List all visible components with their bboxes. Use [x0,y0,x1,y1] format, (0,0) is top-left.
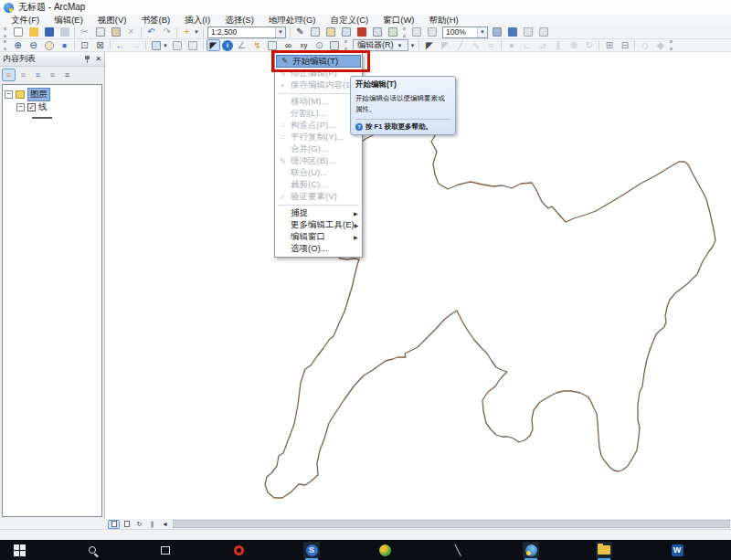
catalog-window-icon[interactable] [324,26,338,38]
fixed-zoom-in-icon[interactable]: ⊡ [78,39,91,51]
list-by-selection-button[interactable]: ≡ [46,69,59,81]
taskbar-search-icon[interactable] [84,542,101,558]
python-window-icon[interactable] [371,26,385,38]
start-button[interactable] [11,542,27,558]
attributes-window-icon[interactable]: ⊞ [602,39,616,51]
menubar-item[interactable]: 书签(B) [133,15,177,26]
layout-fixed-scale-icon[interactable] [506,26,520,38]
back-extent-icon[interactable]: ← [113,39,127,51]
browser-360-icon[interactable] [230,542,247,558]
data-view-button[interactable] [108,520,120,529]
add-data-icon[interactable]: + [180,26,194,38]
hyperlink-icon[interactable]: ↯ [250,39,264,51]
arctoolbox-icon[interactable] [355,26,369,38]
clear-selection-icon[interactable] [186,39,200,51]
search-window-icon[interactable] [340,26,354,38]
green-globe-app-icon[interactable] [376,542,393,558]
menubar-item[interactable]: 选择(S) [217,15,261,26]
editor-menu-button-dropdown-arrow[interactable]: ▼ [409,43,415,48]
paste-icon[interactable] [109,26,122,38]
collapse-icon[interactable]: − [5,90,13,99]
split-tool-icon[interactable]: ⊗ [567,39,580,51]
layout-zoom-in-icon[interactable] [410,26,424,38]
trace-tool-icon[interactable]: ≈ [484,39,498,51]
toc-layer-label[interactable]: 线 [38,101,48,113]
file-explorer-icon[interactable] [596,542,612,558]
menu-options[interactable]: 选项(O)... [275,243,362,255]
measure-icon[interactable]: ∠ [235,39,249,51]
pan-icon[interactable] [42,39,56,51]
menubar-item[interactable]: 自定义(C) [323,15,376,26]
toc-layer-row[interactable]: − ✓ 线 [5,100,100,113]
list-by-visibility-button[interactable]: ≡ [31,69,45,81]
menubar-item[interactable]: 编辑(E) [47,15,90,26]
layout-focus-icon[interactable] [522,26,535,38]
layout-zoom-whole-page-icon[interactable] [491,26,504,38]
zoom-in-icon[interactable]: ⊕ [11,39,25,51]
sogou-icon[interactable]: S [303,542,320,558]
select-features-icon[interactable] [149,39,163,51]
menubar-item[interactable]: 地理处理(G) [261,15,323,26]
toolbar-grip[interactable] [403,27,407,37]
point-tool-icon[interactable]: ● [504,39,518,51]
forward-extent-icon[interactable]: → [129,39,143,51]
reshape-feature-icon[interactable]: ⊿ [535,39,549,51]
modelbuilder-icon[interactable] [387,26,400,38]
toc-options-button[interactable]: ≡ [60,69,74,81]
straight-segment-icon[interactable]: ╱ [453,39,467,51]
menubar-item[interactable]: 窗口(W) [376,15,421,26]
menu-more-editing-tools[interactable]: 更多编辑工具(E)▶ [275,219,362,231]
save-icon[interactable] [42,26,56,38]
fixed-zoom-out-icon[interactable]: ⊠ [93,39,107,51]
layer-visibility-checkbox[interactable]: ✓ [27,103,36,111]
arcmap-taskbar-icon[interactable] [523,542,539,558]
layout-view-button[interactable] [121,520,132,529]
pause-drawing-button[interactable]: ∥ [146,520,158,529]
delete-icon[interactable]: × [124,26,138,38]
close-icon[interactable]: ✕ [95,55,101,63]
copy-icon[interactable] [93,26,107,38]
editor-toolbar-toggle-icon[interactable]: ✎ [293,26,307,38]
refresh-view-button[interactable]: ↻ [133,520,145,529]
edit-tool-icon[interactable]: ◤ [422,39,436,51]
add-data-icon-dropdown-arrow[interactable]: ▼ [194,29,199,35]
toc-root-label[interactable]: 图层 [27,88,50,101]
layout-zoom-out-icon[interactable] [426,26,440,38]
scroll-left-button[interactable]: ◄ [159,520,171,529]
select-elements-icon[interactable]: ◤ [207,39,220,51]
layout-toggle-icon[interactable] [537,26,551,38]
menubar-item[interactable]: 插入(I) [177,15,217,26]
open-folder-icon[interactable] [26,26,40,38]
word-icon[interactable]: W [669,542,685,558]
snapping-options-icon[interactable]: ◆ [653,39,667,51]
auto-hide-pin-icon[interactable] [83,55,91,63]
menubar-item[interactable]: 文件(F) [4,15,47,26]
table-of-contents-window-icon[interactable] [309,26,323,38]
cut-polygons-icon[interactable]: ∥ [551,39,565,51]
line-symbol[interactable] [32,117,52,119]
undo-icon[interactable]: ↶ [144,26,158,38]
toolbar-grip[interactable] [344,40,348,50]
list-by-source-button[interactable]: ≡ [16,69,30,81]
toolbar-grip[interactable] [4,40,7,50]
redo-icon[interactable]: ↷ [160,26,174,38]
new-document-icon[interactable] [11,26,25,38]
menu-editing-windows[interactable]: 编辑窗口▶ [275,231,362,243]
sketch-properties-icon[interactable]: ⊟ [618,39,631,51]
cut-icon[interactable]: ✂ [78,26,91,38]
layout-zoom-combo[interactable]: 100%▼ [442,26,488,38]
select-by-box-icon[interactable] [171,39,185,51]
select-features-icon-dropdown-arrow[interactable]: ▼ [163,43,168,48]
map-scale-combo[interactable]: 1:2,500▼ [207,26,286,38]
toc-root-row[interactable]: − 图层 [5,88,100,100]
snip-pen-icon[interactable]: ╲ [450,542,466,558]
edit-vertices-icon[interactable]: ∟ [520,39,534,51]
list-by-drawing-order-button[interactable]: ≡ [2,69,16,81]
menu-snapping[interactable]: 捕捉▶ [275,207,362,219]
menubar-item[interactable]: 视图(V) [90,15,134,26]
menubar-item[interactable]: 帮助(H) [422,15,466,26]
full-extent-icon[interactable]: ● [58,39,71,51]
rotate-tool-icon[interactable]: ↻ [582,39,596,51]
collapse-icon[interactable]: − [16,103,25,111]
arc-segment-icon[interactable]: ∿ [469,39,482,51]
